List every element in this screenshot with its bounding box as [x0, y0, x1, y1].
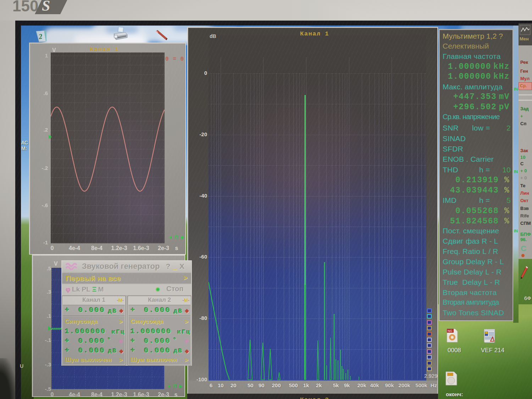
svg-text:NG: NG [448, 329, 453, 333]
